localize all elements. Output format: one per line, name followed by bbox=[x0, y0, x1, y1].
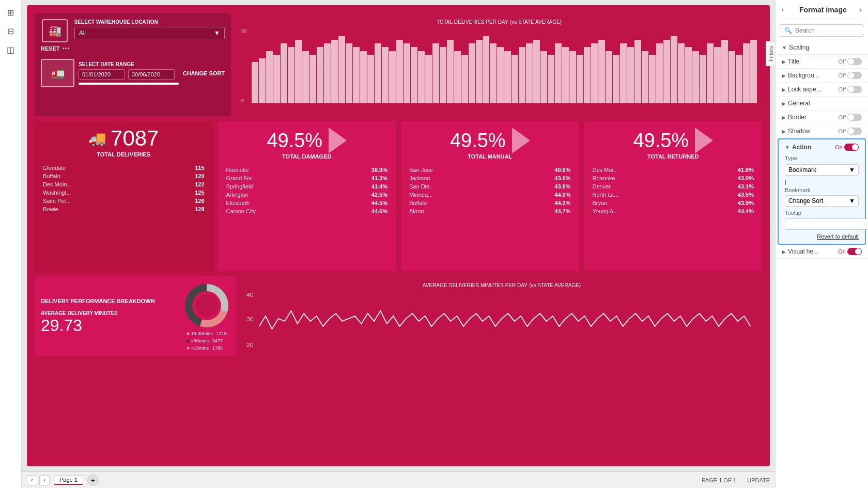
panel-header: ‹ Format image › bbox=[776, 0, 868, 20]
title-toggle-track[interactable] bbox=[847, 58, 862, 65]
bar bbox=[504, 51, 511, 104]
search-input[interactable] bbox=[795, 27, 868, 34]
action-toggle[interactable]: On bbox=[835, 144, 859, 151]
bar bbox=[540, 51, 547, 104]
chevron-general-icon: ▶ bbox=[782, 101, 786, 106]
perf-avg-value: 29.73 bbox=[41, 316, 178, 335]
change-sort-section: 🚛 SELECT DATE RANGE 01/01/2020 30/06/202… bbox=[41, 59, 225, 87]
svg-text:30: 30 bbox=[246, 317, 254, 322]
kpi-row: 🚚 7087 TOTAL DELIVERIES Glendale115 Buff… bbox=[35, 121, 762, 271]
shadow-toggle-track[interactable] bbox=[847, 128, 862, 135]
bar bbox=[620, 43, 627, 103]
bar bbox=[743, 43, 750, 103]
visual-toggle-track[interactable] bbox=[847, 248, 862, 255]
cursor-row: | bbox=[781, 178, 863, 186]
section-background[interactable]: ▶ Backgrou... Off bbox=[776, 69, 868, 83]
search-box[interactable]: 🔍 bbox=[780, 24, 864, 37]
bar bbox=[331, 40, 338, 103]
title-toggle[interactable]: Off bbox=[839, 58, 862, 65]
layers-icon[interactable]: ◫ bbox=[3, 41, 19, 58]
bar bbox=[736, 55, 742, 103]
bg-toggle[interactable]: Off bbox=[839, 72, 862, 79]
chevron-right-icon bbox=[329, 128, 347, 153]
kpi-row-d4: Elizabeth44.5% bbox=[224, 199, 390, 207]
page-next-btn[interactable]: › bbox=[39, 475, 50, 485]
action-toggle-track[interactable] bbox=[844, 144, 859, 151]
kpi-row-1: Buffalo120 bbox=[41, 172, 207, 180]
bar bbox=[627, 47, 634, 103]
shadow-toggle[interactable]: Off bbox=[839, 128, 862, 135]
border-toggle-track[interactable] bbox=[847, 114, 862, 121]
date-to[interactable]: 30/06/2020 bbox=[128, 69, 175, 80]
home-icon[interactable]: ⊞ bbox=[3, 4, 19, 21]
date-slider[interactable] bbox=[79, 83, 179, 85]
table-icon[interactable]: ⊟ bbox=[3, 23, 19, 39]
section-visual-heading[interactable]: ▶ Visual he... On bbox=[776, 245, 868, 259]
chevron-scaling-icon: ▼ bbox=[782, 45, 787, 51]
change-sort-icon: 🚛 bbox=[41, 59, 74, 87]
bar bbox=[404, 43, 410, 103]
warehouse-dropdown[interactable]: All ▼ bbox=[74, 27, 225, 39]
section-shadow[interactable]: ▶ Shadow Off bbox=[776, 124, 868, 138]
lock-toggle-track[interactable] bbox=[847, 86, 862, 93]
section-border[interactable]: ▶ Border Off bbox=[776, 111, 868, 124]
warehouse-label: SELECT WAREHOUSE LOCATION bbox=[74, 19, 225, 25]
section-general[interactable]: ▶ General bbox=[776, 97, 868, 111]
page-tab-1[interactable]: Page 1 bbox=[54, 475, 83, 485]
tooltip-row: ƒx bbox=[785, 218, 859, 230]
bookmark-dropdown[interactable]: Change Sort ▼ bbox=[785, 195, 859, 207]
border-toggle[interactable]: Off bbox=[839, 114, 862, 121]
bg-toggle-track[interactable] bbox=[847, 72, 862, 79]
action-type-dropdown[interactable]: Bookmark ▼ bbox=[785, 164, 859, 176]
bottom-row: DELIVERY PERFORMANCE BREAKDOWN AVERAGE D… bbox=[35, 276, 762, 356]
kpi-total-manual: 49.5% TOTAL MANUAL San Jose40.6% Jackson… bbox=[401, 121, 579, 271]
svg-point-3 bbox=[195, 294, 218, 317]
section-lock-aspect[interactable]: ▶ Lock aspe... Off bbox=[776, 83, 868, 97]
lock-toggle[interactable]: Off bbox=[839, 86, 862, 93]
bar bbox=[447, 40, 454, 103]
kpi-row-0: Glendale115 bbox=[41, 164, 207, 172]
bar bbox=[259, 58, 266, 103]
bar bbox=[367, 55, 374, 103]
panel-collapse-btn[interactable]: ‹ bbox=[782, 6, 784, 13]
slider-fill bbox=[79, 83, 179, 85]
section-scaling[interactable]: ▼ Scaling bbox=[776, 41, 868, 55]
action-type-row: Type bbox=[781, 153, 863, 163]
kpi-table-returned: Des Moi...41.8% Roanoke43.0% Denver43.1%… bbox=[591, 166, 756, 215]
bar bbox=[497, 47, 504, 103]
reset-btn[interactable]: RESET ⋯ bbox=[41, 44, 69, 53]
visual-toggle[interactable]: On bbox=[838, 248, 862, 255]
warehouse-icon: 🏭 bbox=[42, 19, 68, 42]
right-panel: ‹ Format image › 🔍 ▼ Scaling ▶ Title Off bbox=[775, 0, 868, 488]
section-action: ▼ Action On Type Bookmark ▼ | Bookmark bbox=[778, 138, 866, 245]
kpi-header: 🚚 7087 bbox=[88, 128, 159, 149]
bar bbox=[613, 55, 619, 103]
bar bbox=[533, 40, 540, 103]
reset-section: 🏭 RESET ⋯ bbox=[41, 19, 69, 53]
bar bbox=[512, 55, 518, 103]
revert-default-link[interactable]: Revert to default bbox=[781, 231, 863, 242]
chart-title: TOTAL DELIVERIES PER DAY (vs STATE AVERA… bbox=[241, 18, 757, 25]
bar bbox=[425, 55, 432, 103]
bar-chart-container: 50 0 // Generate bars inline after DOM l… bbox=[241, 28, 757, 103]
filters-tab[interactable]: Filters bbox=[766, 41, 776, 66]
top-row: 🏭 RESET ⋯ SELECT WAREHOUSE LOCATION All … bbox=[35, 13, 762, 116]
action-header: ▼ Action On bbox=[781, 141, 863, 153]
bar bbox=[642, 51, 648, 104]
bar bbox=[729, 51, 735, 104]
bar bbox=[302, 51, 309, 104]
section-title[interactable]: ▶ Title Off bbox=[776, 55, 868, 69]
page-prev-btn[interactable]: ‹ bbox=[27, 475, 37, 485]
add-page-btn[interactable]: + bbox=[87, 475, 99, 486]
chevron-down-icon: ▼ bbox=[214, 29, 220, 37]
type-label: Type bbox=[785, 155, 797, 161]
change-sort-label[interactable]: CHANGE SORT bbox=[183, 70, 225, 76]
date-from[interactable]: 01/01/2020 bbox=[79, 69, 125, 80]
bar bbox=[707, 43, 714, 103]
bar bbox=[273, 55, 280, 103]
panel-close-btn[interactable]: › bbox=[859, 5, 862, 14]
bar bbox=[295, 40, 302, 103]
bar bbox=[375, 43, 381, 103]
bar bbox=[671, 36, 677, 104]
tooltip-input[interactable] bbox=[785, 218, 868, 230]
